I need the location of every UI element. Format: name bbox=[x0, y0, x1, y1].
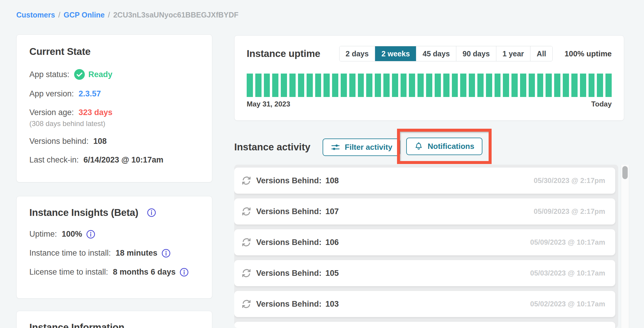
breadcrumb-item-3: 2CU3nL3saUNyoc61BBEGJXfBYDF bbox=[113, 11, 238, 19]
license-install-label: License time to install: bbox=[29, 268, 108, 277]
license-install-row: License time to install: 8 months 6 days bbox=[29, 268, 201, 277]
uptime-bar bbox=[349, 74, 356, 97]
bell-icon bbox=[414, 142, 423, 151]
instance-information-title: Instance Information bbox=[29, 322, 201, 328]
last-checkin-label: Last check-in: bbox=[29, 155, 79, 165]
sync-icon bbox=[241, 268, 252, 279]
activity-row-label: Versions Behind: bbox=[256, 238, 322, 247]
uptime-bar bbox=[597, 74, 603, 97]
uptime-bar bbox=[247, 74, 253, 97]
activity-row-label: Versions Behind: bbox=[256, 207, 322, 216]
uptime-bar bbox=[392, 74, 398, 97]
instance-install-label: Instance time to install: bbox=[29, 249, 111, 258]
uptime-insight-value: 100% bbox=[62, 230, 82, 239]
uptime-bar bbox=[409, 74, 415, 97]
range-button-2-weeks[interactable]: 2 weeks bbox=[375, 46, 416, 61]
uptime-bar bbox=[289, 74, 296, 97]
uptime-bar bbox=[605, 74, 612, 97]
breadcrumb-separator: / bbox=[58, 11, 60, 19]
activity-row-value: 108 bbox=[326, 176, 339, 185]
activity-row-time: 05/30/2023 @ 2:17pm bbox=[534, 176, 605, 185]
activity-row[interactable] bbox=[234, 322, 615, 328]
app-version-value[interactable]: 2.3.57 bbox=[79, 89, 101, 98]
uptime-bar bbox=[315, 74, 321, 97]
uptime-bar bbox=[520, 74, 526, 97]
uptime-bar bbox=[537, 74, 543, 97]
activity-row[interactable]: Versions Behind: 106 05/09/2023 @ 10:17a… bbox=[234, 229, 615, 255]
uptime-bar bbox=[486, 74, 492, 97]
activity-row[interactable]: Versions Behind: 103 05/02/2023 @ 10:17a… bbox=[234, 291, 615, 317]
breadcrumb-item-2[interactable]: GCP Online bbox=[64, 11, 105, 19]
notifications-button[interactable]: Notifications bbox=[406, 138, 482, 155]
breadcrumb-item-1[interactable]: Customers bbox=[16, 11, 55, 19]
sliders-icon bbox=[331, 142, 340, 152]
uptime-bar bbox=[435, 74, 441, 97]
range-button-2-days[interactable]: 2 days bbox=[339, 46, 375, 61]
uptime-bar bbox=[443, 74, 449, 97]
info-icon[interactable] bbox=[180, 268, 189, 277]
annotation-highlight-box: Notifications bbox=[397, 129, 492, 164]
check-circle-icon bbox=[74, 69, 85, 80]
activity-row[interactable]: Versions Behind: 105 05/03/2023 @ 10:17a… bbox=[234, 260, 615, 286]
activity-row[interactable]: Versions Behind: 107 05/09/2023 @ 2:17pm bbox=[234, 198, 615, 224]
uptime-bar bbox=[511, 74, 518, 97]
activity-scrollbar-thumb[interactable] bbox=[622, 166, 628, 179]
activity-row-time: 05/03/2023 @ 10:17am bbox=[530, 269, 605, 277]
filter-activity-label: Filter activity bbox=[345, 143, 392, 152]
instance-install-value: 18 minutes bbox=[116, 249, 157, 258]
app-version-label: App version: bbox=[29, 89, 74, 98]
range-button-all[interactable]: All bbox=[530, 46, 552, 61]
uptime-axis: May 31, 2023 Today bbox=[247, 100, 612, 108]
time-range-group: 2 days2 weeks45 days90 days1 yearAll bbox=[339, 46, 553, 61]
uptime-bar bbox=[281, 74, 287, 97]
insights-title-row: Instance Insights (Beta) bbox=[29, 207, 201, 218]
version-age-note: (308 days behind latest) bbox=[29, 120, 201, 128]
info-icon[interactable] bbox=[162, 249, 170, 258]
activity-scrollbar-track[interactable] bbox=[621, 165, 629, 328]
range-button-45-days[interactable]: 45 days bbox=[416, 46, 456, 61]
uptime-bar bbox=[580, 74, 586, 97]
uptime-bar bbox=[529, 74, 535, 97]
instance-install-row: Instance time to install: 18 minutes bbox=[29, 249, 201, 258]
uptime-bar bbox=[546, 74, 552, 97]
versions-behind-label: Versions behind: bbox=[29, 137, 89, 146]
activity-row[interactable]: Versions Behind: 108 05/30/2023 @ 2:17pm bbox=[234, 168, 615, 194]
activity-row-value: 103 bbox=[326, 300, 339, 309]
axis-end-label: Today bbox=[591, 100, 612, 108]
uptime-header: Instance uptime 2 days2 weeks45 days90 d… bbox=[247, 44, 612, 63]
last-checkin-row: Last check-in: 6/14/2023 @ 10:17am bbox=[29, 155, 201, 165]
activity-row-value: 105 bbox=[326, 269, 339, 278]
uptime-bar bbox=[589, 74, 595, 97]
current-state-card: Current State App status: Ready App vers… bbox=[16, 34, 212, 182]
uptime-bar bbox=[255, 74, 262, 97]
info-icon[interactable] bbox=[147, 208, 156, 217]
uptime-bar bbox=[571, 74, 578, 97]
uptime-bar bbox=[417, 74, 424, 97]
uptime-percentage: 100% uptime bbox=[565, 49, 612, 58]
uptime-insight-label: Uptime: bbox=[29, 230, 57, 239]
uptime-bar bbox=[554, 74, 560, 97]
axis-start-label: May 31, 2023 bbox=[247, 100, 290, 108]
uptime-bar bbox=[358, 74, 364, 97]
app-version-row: App version: 2.3.57 bbox=[29, 89, 201, 98]
filter-activity-button[interactable]: Filter activity bbox=[323, 138, 400, 156]
uptime-bar bbox=[477, 74, 484, 97]
version-age-value: 323 days bbox=[79, 108, 112, 117]
info-icon[interactable] bbox=[86, 230, 95, 239]
uptime-bar bbox=[272, 74, 278, 97]
range-button-90-days[interactable]: 90 days bbox=[456, 46, 496, 61]
uptime-bar bbox=[460, 74, 466, 97]
app-status-label: App status: bbox=[29, 70, 69, 79]
uptime-bar bbox=[298, 74, 304, 97]
uptime-bar bbox=[341, 74, 347, 97]
notifications-label: Notifications bbox=[428, 142, 474, 151]
instance-information-card: Instance Information bbox=[16, 311, 212, 328]
versions-behind-row: Versions behind: 108 bbox=[29, 137, 201, 146]
uptime-bar bbox=[452, 74, 458, 97]
uptime-bar bbox=[383, 74, 390, 97]
range-button-1-year[interactable]: 1 year bbox=[496, 46, 530, 61]
activity-row-label: Versions Behind: bbox=[256, 176, 322, 185]
sync-icon bbox=[241, 237, 252, 248]
instance-insights-card: Instance Insights (Beta) Uptime: 100% In… bbox=[16, 196, 212, 299]
versions-behind-value: 108 bbox=[93, 137, 107, 146]
